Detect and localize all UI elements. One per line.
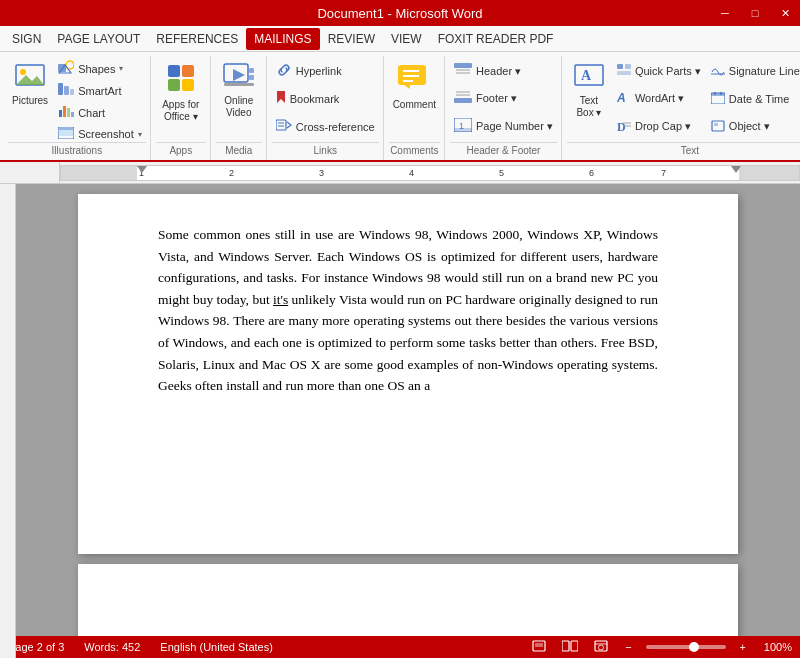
ribbon-group-illustrations: Pictures Shapes ▾ xyxy=(4,56,151,160)
document-area[interactable]: Some common ones still in use are Window… xyxy=(0,184,800,658)
smartart-label: SmartArt xyxy=(78,85,121,97)
view-web-icon[interactable] xyxy=(591,640,611,654)
svg-rect-11 xyxy=(63,106,66,117)
comments-label: Comments xyxy=(389,142,440,158)
svg-rect-8 xyxy=(64,86,69,95)
picture-label: Pictures xyxy=(12,95,48,107)
zoom-in-button[interactable]: + xyxy=(736,641,750,653)
menu-review[interactable]: REVIEW xyxy=(320,28,383,50)
header-footer-label: Header & Footer xyxy=(450,142,557,158)
picture-button[interactable]: Pictures xyxy=(8,58,52,110)
object-button[interactable]: Object ▾ xyxy=(707,117,800,137)
menu-bar: SIGN PAGE LAYOUT REFERENCES MAILINGS REV… xyxy=(0,26,800,52)
svg-rect-46 xyxy=(617,64,623,69)
shapes-dropdown-icon: ▾ xyxy=(119,64,123,73)
dropcap-label: Drop Cap ▾ xyxy=(635,120,691,133)
apps-for-office-button[interactable]: Apps forOffice ▾ xyxy=(156,58,206,126)
picture-icon xyxy=(14,61,46,93)
ribbon: Pictures Shapes ▾ xyxy=(0,52,800,162)
status-bar: Page 2 of 3 Words: 452 English (United S… xyxy=(0,636,800,658)
status-language: English (United States) xyxy=(160,641,273,653)
close-button[interactable]: ✕ xyxy=(770,0,800,26)
ribbon-group-comments: Comment Comments xyxy=(385,56,445,160)
svg-rect-55 xyxy=(711,93,725,96)
page-number-button[interactable]: 1 Page Number ▾ xyxy=(450,116,557,137)
smartart-button[interactable]: SmartArt xyxy=(54,80,146,101)
menu-mailings[interactable]: MAILINGS xyxy=(246,28,319,50)
svg-rect-12 xyxy=(67,108,70,117)
svg-rect-10 xyxy=(59,110,62,117)
view-print-icon[interactable] xyxy=(529,640,549,654)
chart-button[interactable]: Chart xyxy=(54,102,146,123)
bookmark-label: Bookmark xyxy=(290,93,340,105)
date-time-icon xyxy=(711,91,725,107)
cross-reference-button[interactable]: Cross-reference xyxy=(272,116,379,137)
date-time-button[interactable]: Date & Time xyxy=(707,89,800,109)
signature-icon xyxy=(711,63,725,79)
ribbon-group-links: Hyperlink Bookmark xyxy=(268,56,384,160)
media-content: OnlineVideo xyxy=(216,58,262,140)
shapes-icon xyxy=(58,60,74,77)
svg-point-67 xyxy=(599,645,604,650)
screenshot-label: Screenshot xyxy=(78,128,134,140)
page-content: Some common ones still in use are Window… xyxy=(158,224,658,397)
menu-view[interactable]: VIEW xyxy=(383,28,430,50)
apps-content: Apps forOffice ▾ xyxy=(156,58,206,140)
header-button[interactable]: Header ▾ xyxy=(450,61,557,82)
page-2[interactable] xyxy=(78,564,738,644)
comments-content: Comment xyxy=(389,58,440,140)
header-icon xyxy=(454,63,472,80)
signature-label: Signature Line ▾ xyxy=(729,65,800,78)
header-footer-col: Header ▾ Footer ▾ xyxy=(450,58,557,140)
svg-rect-40 xyxy=(454,98,472,103)
dropcap-button[interactable]: D Drop Cap ▾ xyxy=(613,117,705,137)
svg-rect-47 xyxy=(625,64,631,69)
zoom-out-button[interactable]: − xyxy=(621,641,635,653)
view-read-icon[interactable] xyxy=(559,640,581,654)
menu-foxit[interactable]: FOXIT READER PDF xyxy=(430,28,562,50)
menu-sign[interactable]: SIGN xyxy=(4,28,49,50)
svg-point-1 xyxy=(20,69,26,75)
status-words: Words: 452 xyxy=(84,641,140,653)
shapes-button[interactable]: Shapes ▾ xyxy=(54,58,146,79)
page-1[interactable]: Some common ones still in use are Window… xyxy=(78,194,738,554)
hyperlink-button[interactable]: Hyperlink xyxy=(272,61,379,82)
comment-button[interactable]: Comment xyxy=(389,58,440,114)
bookmark-button[interactable]: Bookmark xyxy=(272,88,379,109)
dropcap-icon: D xyxy=(617,119,631,135)
minimize-button[interactable]: ─ xyxy=(710,0,740,26)
links-content: Hyperlink Bookmark xyxy=(272,58,379,140)
textbox-icon: A xyxy=(573,61,605,93)
screenshot-button[interactable]: Screenshot ▾ xyxy=(54,124,146,144)
signature-line-button[interactable]: Signature Line ▾ xyxy=(707,61,800,81)
svg-rect-25 xyxy=(224,83,254,86)
svg-rect-43 xyxy=(454,128,472,132)
menu-references[interactable]: REFERENCES xyxy=(148,28,246,50)
title-text: Document1 - Microsoft Word xyxy=(317,6,482,21)
screenshot-dropdown-icon: ▾ xyxy=(138,130,142,139)
maximize-button[interactable]: □ xyxy=(740,0,770,26)
textbox-label: TextBox ▾ xyxy=(576,95,601,119)
menu-page-layout[interactable]: PAGE LAYOUT xyxy=(49,28,148,50)
text-sig-col: Signature Line ▾ Date & Time xyxy=(707,58,800,140)
zoom-slider[interactable] xyxy=(646,645,726,649)
title-bar: Document1 - Microsoft Word ─ □ ✕ xyxy=(0,0,800,26)
text-right-col: Quick Parts ▾ A WordArt ▾ D xyxy=(613,58,705,140)
svg-rect-20 xyxy=(182,79,194,91)
window-controls: ─ □ ✕ xyxy=(710,0,800,26)
smartart-icon xyxy=(58,82,74,99)
svg-rect-63 xyxy=(562,641,569,651)
svg-rect-19 xyxy=(168,79,180,91)
online-video-button[interactable]: OnlineVideo xyxy=(216,58,262,122)
illustrations-content: Pictures Shapes ▾ xyxy=(8,58,146,140)
svg-rect-7 xyxy=(58,83,63,95)
wordart-label: WordArt ▾ xyxy=(635,92,684,105)
footer-button[interactable]: Footer ▾ xyxy=(450,88,557,109)
quick-parts-icon xyxy=(617,63,631,79)
apps-label-group: Apps xyxy=(156,142,206,158)
wordart-button[interactable]: A WordArt ▾ xyxy=(613,89,705,109)
zoom-level[interactable]: 100% xyxy=(760,641,792,653)
comment-label: Comment xyxy=(393,99,436,111)
textbox-button[interactable]: A TextBox ▾ xyxy=(567,58,611,122)
quick-parts-button[interactable]: Quick Parts ▾ xyxy=(613,61,705,81)
